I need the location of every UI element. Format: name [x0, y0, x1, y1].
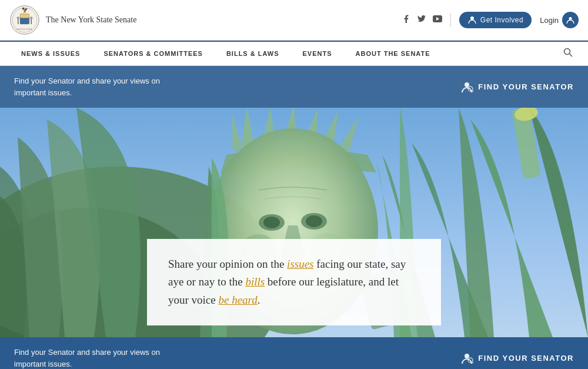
- get-involved-button[interactable]: Get Involved: [459, 12, 532, 28]
- find-senator-top-banner: Find your Senator and share your views o…: [0, 66, 588, 108]
- find-senator-banner-text: Find your Senator and share your views o…: [14, 75, 160, 98]
- svg-rect-5: [20, 14, 29, 18]
- hero-text-box: Share your opinion on the issues facing …: [147, 239, 441, 325]
- svg-text:EXCELSIOR: EXCELSIOR: [17, 28, 33, 31]
- twitter-link[interactable]: [417, 15, 426, 25]
- main-navigation: NEWS & ISSUES SENATORS & COMMITTEES BILL…: [0, 41, 588, 66]
- youtube-link[interactable]: [433, 15, 442, 25]
- social-icons: [402, 15, 442, 25]
- find-senator-bottom-button[interactable]: FIND YOUR SENATOR: [460, 352, 574, 365]
- bottom-banner-text: Find your Senator and share your views o…: [14, 347, 160, 369]
- login-icon: [562, 12, 579, 28]
- svg-point-7: [17, 16, 19, 19]
- nav-bills-laws[interactable]: BILLS & LAWS: [215, 42, 291, 65]
- nav-about-senate[interactable]: ABOUT THE SENATE: [344, 42, 442, 65]
- ny-seal-logo: 🦅 EXCELSIOR: [9, 5, 40, 35]
- be-heard-link[interactable]: be heard: [218, 294, 257, 306]
- site-title: The New York State Senate: [46, 15, 136, 25]
- bills-link[interactable]: bills: [245, 275, 265, 288]
- find-senator-top-button[interactable]: FIND YOUR SENATOR: [460, 81, 574, 94]
- logo-area: 🦅 EXCELSIOR The New York State Senate: [9, 5, 136, 35]
- issues-link[interactable]: issues: [287, 258, 313, 270]
- nav-news-issues[interactable]: NEWS & ISSUES: [9, 42, 92, 65]
- find-senator-bottom-icon: [460, 352, 473, 365]
- svg-point-17: [465, 82, 469, 87]
- header-divider: [450, 13, 451, 27]
- site-header: 🦅 EXCELSIOR The New York State Senate: [0, 0, 588, 41]
- login-button[interactable]: Login: [540, 12, 579, 28]
- svg-point-33: [263, 217, 280, 228]
- facebook-link[interactable]: [402, 15, 410, 25]
- svg-point-13: [470, 16, 474, 20]
- svg-text:🦅: 🦅: [22, 6, 28, 14]
- svg-line-45: [472, 362, 473, 364]
- svg-line-16: [570, 54, 573, 57]
- top-right-actions: Get Involved Login: [402, 12, 579, 28]
- find-senator-bottom-banner: Find your Senator and share your views o…: [0, 337, 588, 369]
- search-button[interactable]: [557, 42, 579, 65]
- get-involved-icon: [467, 15, 477, 25]
- svg-point-9: [30, 16, 32, 19]
- svg-point-34: [306, 215, 322, 227]
- nav-senators-committees[interactable]: SENATORS & COMMITTEES: [92, 42, 215, 65]
- find-senator-icon: [460, 81, 473, 94]
- nav-events[interactable]: EVENTS: [291, 42, 344, 65]
- svg-point-43: [465, 354, 469, 358]
- svg-point-15: [564, 49, 570, 55]
- svg-line-19: [472, 91, 473, 92]
- hero-section: Share your opinion on the issues facing …: [0, 108, 588, 337]
